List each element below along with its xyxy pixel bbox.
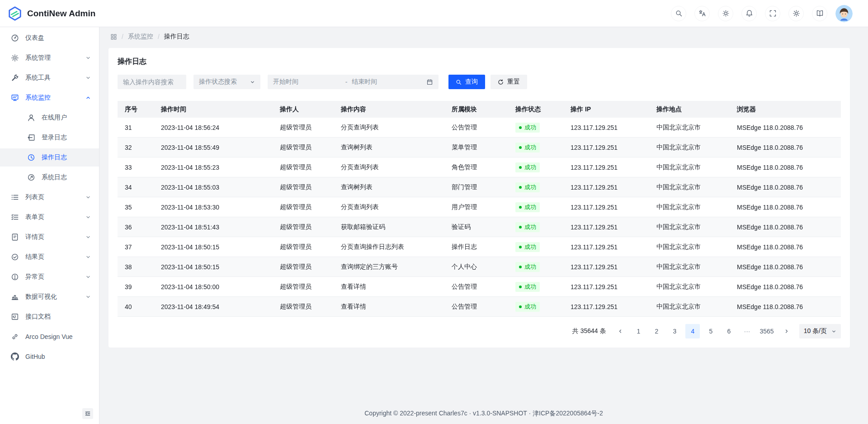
pagination-next-button[interactable] [779, 324, 794, 338]
sidebar-item-list-page[interactable]: 列表页 [0, 188, 99, 206]
pagination-page-1[interactable]: 1 [631, 324, 646, 338]
sidebar-item-operation-log[interactable]: 操作日志 [0, 148, 99, 167]
pagination-prev-button[interactable] [613, 324, 627, 338]
breadcrumb-separator: / [122, 33, 123, 40]
pagination-page-3565[interactable]: 3565 [758, 324, 775, 338]
cell-location: 中国北京北京市 [649, 303, 730, 311]
pagination-page-5[interactable]: 5 [703, 324, 718, 338]
user-icon [27, 114, 35, 122]
sidebar-item-github[interactable]: GitHub [0, 348, 99, 366]
sidebar-item-system-log[interactable]: 系统日志 [0, 168, 99, 186]
column-header: 操作内容 [334, 105, 444, 114]
status-dot-icon [519, 305, 522, 308]
checklist-icon [11, 213, 19, 221]
cell-user: 超级管理员 [273, 263, 334, 271]
docs-book-icon[interactable] [812, 6, 827, 21]
cell-location: 中国北京北京市 [649, 243, 730, 251]
status-badge: 成功 [515, 242, 540, 252]
sidebar-item-api-docs[interactable]: 接口文档 [0, 308, 99, 326]
sidebar-item-system-management[interactable]: 系统管理 [0, 49, 99, 67]
chevron-down-icon [85, 294, 91, 300]
status-select[interactable]: 操作状态搜索 [193, 75, 260, 89]
sidebar-item-detail-page[interactable]: 详情页 [0, 228, 99, 246]
table-row[interactable]: 38 2023-11-04 18:50:15 超级管理员 查询绑定的三方账号 个… [118, 257, 841, 277]
cell-no: 38 [118, 263, 154, 271]
search-button[interactable]: 查询 [448, 75, 485, 89]
status-badge: 成功 [515, 302, 540, 312]
sidebar-item-login-log[interactable]: 登录日志 [0, 129, 99, 147]
refresh-icon [498, 79, 504, 85]
sidebar-item-online-users[interactable]: 在线用户 [0, 109, 99, 127]
cell-ip: 123.117.129.251 [563, 303, 649, 310]
sidebar-item-label: 系统日志 [42, 173, 67, 181]
pagination-page-2[interactable]: 2 [649, 324, 664, 338]
sidebar-item-data-visualization[interactable]: 数据可视化 [0, 288, 99, 306]
cell-user: 超级管理员 [273, 124, 334, 132]
table-row[interactable]: 34 2023-11-04 18:55:03 超级管理员 查询树列表 部门管理 … [118, 177, 841, 197]
sidebar-item-label: 系统管理 [25, 54, 51, 62]
search-icon[interactable] [671, 6, 686, 21]
sidebar-item-result-page[interactable]: 结果页 [0, 248, 99, 266]
sidebar-item-system-tools[interactable]: 系统工具 [0, 69, 99, 87]
page-size-value: 10 条/页 [804, 327, 827, 335]
table-row[interactable]: 40 2023-11-04 18:49:54 超级管理员 查看详情 公告管理 成… [118, 297, 841, 317]
content-search-input[interactable] [118, 75, 186, 89]
date-range-picker[interactable]: 开始时间 - 结束时间 [268, 75, 439, 89]
cell-location: 中国北京北京市 [649, 283, 730, 291]
cell-browser: MSEdge 118.0.2088.76 [730, 204, 841, 211]
breadcrumb-section[interactable]: 系统监控 [128, 33, 153, 41]
cell-time: 2023-11-04 18:53:30 [154, 204, 273, 211]
cell-ip: 123.117.129.251 [563, 144, 649, 151]
sidebar-item-exception-page[interactable]: 异常页 [0, 268, 99, 286]
pagination-page-3[interactable]: 3 [667, 324, 682, 338]
column-header: 操作时间 [154, 105, 273, 114]
settings-icon[interactable] [788, 6, 804, 21]
fullscreen-icon[interactable] [765, 6, 780, 21]
reset-button[interactable]: 重置 [491, 75, 527, 89]
table-row[interactable]: 35 2023-11-04 18:53:30 超级管理员 分页查询列表 用户管理… [118, 197, 841, 217]
pagination-page-4[interactable]: 4 [685, 324, 700, 338]
column-header: 序号 [118, 105, 154, 114]
table-row[interactable]: 39 2023-11-04 18:50:00 超级管理员 查看详情 公告管理 成… [118, 277, 841, 297]
sidebar-item-label: Arco Design Vue [25, 333, 73, 340]
table-row[interactable]: 36 2023-11-04 18:51:43 超级管理员 获取邮箱验证码 验证码… [118, 217, 841, 237]
table-row[interactable]: 37 2023-11-04 18:50:15 超级管理员 分页查询操作日志列表 … [118, 237, 841, 257]
translate-icon[interactable] [694, 6, 710, 21]
table-row[interactable]: 31 2023-11-04 18:56:24 超级管理员 分页查询列表 公告管理… [118, 118, 841, 138]
cell-location: 中国北京北京市 [649, 143, 730, 152]
sidebar-item-dashboard[interactable]: 仪表盘 [0, 29, 99, 47]
sidebar-item-form-page[interactable]: 表单页 [0, 208, 99, 226]
user-avatar[interactable] [835, 5, 853, 22]
status-badge: 成功 [515, 282, 540, 292]
sidebar-item-arco-design-vue[interactable]: Arco Design Vue [0, 328, 99, 346]
table-row[interactable]: 33 2023-11-04 18:55:23 超级管理员 分页查询列表 角色管理… [118, 157, 841, 177]
sidebar-collapse-button[interactable] [82, 408, 93, 419]
notifications-icon[interactable] [741, 6, 757, 21]
bar-chart-icon [11, 293, 19, 301]
pagination-page-6[interactable]: 6 [722, 324, 736, 338]
cell-user: 超级管理员 [273, 243, 334, 251]
cell-no: 35 [118, 204, 154, 211]
sidebar-item-label: 系统工具 [25, 74, 51, 82]
cell-browser: MSEdge 118.0.2088.76 [730, 144, 841, 151]
cell-time: 2023-11-04 18:56:24 [154, 124, 273, 131]
column-header: 浏览器 [730, 105, 841, 114]
chevron-down-icon [85, 55, 91, 61]
header-actions [671, 5, 868, 22]
sidebar-item-label: 在线用户 [42, 114, 67, 122]
cell-module: 个人中心 [444, 263, 508, 271]
theme-light-icon[interactable] [718, 6, 733, 21]
status-badge: 成功 [515, 143, 540, 152]
sidebar-item-label: GitHub [25, 353, 45, 360]
cell-module: 公告管理 [444, 124, 508, 132]
apps-grid-icon[interactable] [110, 33, 117, 40]
chevron-down-icon [85, 75, 91, 81]
cell-status: 成功 [508, 202, 563, 212]
table-row[interactable]: 32 2023-11-04 18:55:49 超级管理员 查询树列表 菜单管理 … [118, 138, 841, 157]
page-size-select[interactable]: 10 条/页 [799, 324, 841, 338]
cell-status: 成功 [508, 182, 563, 192]
column-header: 操作人 [273, 105, 334, 114]
cell-content: 查询树列表 [334, 183, 444, 191]
sidebar-item-system-monitor[interactable]: 系统监控 [0, 89, 99, 107]
cell-time: 2023-11-04 18:49:54 [154, 303, 273, 310]
